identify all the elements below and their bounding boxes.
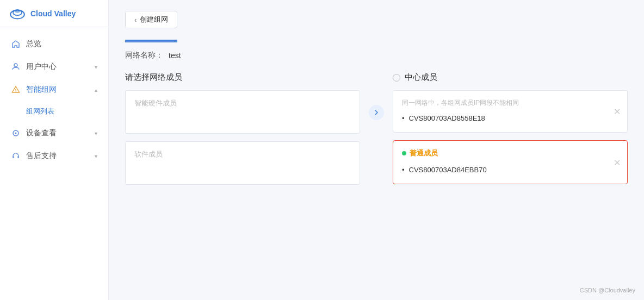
center-member-item: CVS800703AD8558E18 bbox=[402, 112, 618, 124]
regular-member-title: 普通成员 bbox=[410, 148, 438, 158]
radio-icon bbox=[393, 74, 400, 82]
watermark: CSDN @Cloudvalley bbox=[580, 287, 635, 293]
center-member-header: 中心成员 bbox=[393, 72, 628, 83]
back-button-label: 创建组网 bbox=[140, 15, 168, 24]
right-arrow-icon bbox=[373, 109, 380, 116]
arrow-circle[interactable] bbox=[369, 105, 384, 120]
chevron-down-icon: ▾ bbox=[95, 64, 97, 70]
network-name-row: 网络名称： test bbox=[125, 51, 628, 60]
sidebar-item-user-center-label: 用户中心 bbox=[26, 62, 57, 72]
chevron-down-icon-3: ▾ bbox=[95, 153, 97, 159]
sidebar-item-device-view-label: 设备查看 bbox=[26, 128, 57, 138]
logo-text: Cloud Valley bbox=[30, 9, 76, 18]
smart-hardware-placeholder: 智能硬件成员 bbox=[134, 99, 177, 107]
smart-hardware-panel: 智能硬件成员 bbox=[125, 90, 360, 134]
center-member-panel: 同一网络中，各组网成员IP网段不能相同 CVS800703AD8558E18 ✕ bbox=[393, 90, 628, 133]
right-section: 中心成员 同一网络中，各组网成员IP网段不能相同 CVS800703AD8558… bbox=[393, 72, 628, 190]
center-member-title: 中心成员 bbox=[405, 72, 437, 83]
sidebar-item-device-view[interactable]: 设备查看 ▾ bbox=[0, 122, 108, 145]
chevron-down-icon-2: ▾ bbox=[95, 130, 97, 136]
logo-icon bbox=[9, 5, 26, 22]
software-member-placeholder: 软件成员 bbox=[134, 150, 163, 158]
center-member-hint: 同一网络中，各组网成员IP网段不能相同 bbox=[402, 98, 618, 108]
panels-layout: 请选择网络成员 智能硬件成员 软件成员 bbox=[125, 72, 628, 192]
sidebar: Cloud Valley 总览 用户中心 ▾ bbox=[0, 0, 109, 300]
headset-icon bbox=[11, 151, 21, 161]
svg-rect-9 bbox=[18, 157, 19, 158]
green-dot-icon bbox=[402, 151, 406, 155]
network-name-value: test bbox=[169, 51, 181, 60]
sidebar-item-overview-label: 总览 bbox=[26, 39, 41, 49]
regular-member-panel: 普通成员 CVS800703AD84EBB70 ✕ bbox=[393, 140, 628, 184]
device-icon bbox=[11, 128, 21, 138]
regular-member-item-label: CVS800703AD84EBB70 bbox=[409, 166, 487, 174]
svg-point-7 bbox=[15, 133, 17, 134]
center-member-item-label: CVS800703AD8558E18 bbox=[409, 114, 485, 122]
main-content: ‹ 创建组网 网络名称： test 请选择网络成员 智能硬件成员 软件成员 bbox=[109, 0, 644, 300]
sidebar-sub-item-network-list-label: 组网列表 bbox=[26, 107, 54, 116]
back-button[interactable]: ‹ 创建组网 bbox=[125, 11, 177, 28]
select-members-title: 请选择网络成员 bbox=[125, 72, 360, 83]
regular-member-header: 普通成员 bbox=[402, 148, 618, 158]
sidebar-item-after-sales[interactable]: 售后支持 ▾ bbox=[0, 145, 108, 167]
back-button-wrapper: ‹ 创建组网 bbox=[125, 11, 177, 41]
content-area: ‹ 创建组网 网络名称： test 请选择网络成员 智能硬件成员 软件成员 bbox=[109, 0, 644, 300]
transfer-arrow[interactable] bbox=[360, 72, 393, 120]
regular-member-item: CVS800703AD84EBB70 bbox=[402, 164, 618, 176]
sidebar-navigation: 总览 用户中心 ▾ 智能组网 ▴ bbox=[0, 27, 108, 300]
sidebar-item-smart-network[interactable]: 智能组网 ▴ bbox=[0, 78, 108, 101]
network-name-label: 网络名称： bbox=[125, 51, 163, 60]
svg-rect-8 bbox=[13, 157, 14, 158]
user-icon bbox=[11, 62, 21, 72]
sidebar-item-smart-network-label: 智能组网 bbox=[26, 85, 57, 95]
svg-point-3 bbox=[14, 64, 17, 67]
home-icon bbox=[11, 39, 21, 49]
sidebar-item-overview[interactable]: 总览 bbox=[0, 33, 108, 55]
warning-icon bbox=[11, 85, 21, 95]
svg-point-5 bbox=[15, 91, 16, 92]
svg-point-2 bbox=[15, 9, 20, 12]
left-panels: 请选择网络成员 智能硬件成员 软件成员 bbox=[125, 72, 360, 192]
center-member-delete-icon[interactable]: ✕ bbox=[614, 107, 621, 117]
software-member-panel: 软件成员 bbox=[125, 141, 360, 185]
sidebar-item-after-sales-label: 售后支持 bbox=[26, 151, 57, 161]
sidebar-logo: Cloud Valley bbox=[0, 0, 108, 27]
sidebar-item-user-center[interactable]: 用户中心 ▾ bbox=[0, 55, 108, 78]
sidebar-sub-item-network-list[interactable]: 组网列表 bbox=[0, 101, 108, 122]
chevron-up-icon: ▴ bbox=[95, 87, 97, 93]
back-button-underline bbox=[125, 40, 177, 41]
regular-member-delete-icon[interactable]: ✕ bbox=[614, 157, 621, 167]
back-arrow-icon: ‹ bbox=[134, 16, 137, 24]
